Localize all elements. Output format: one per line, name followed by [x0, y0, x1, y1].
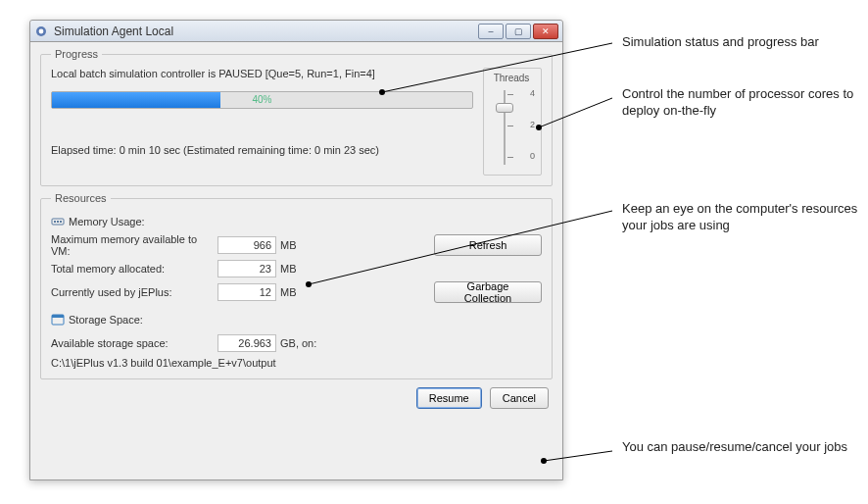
svg-rect-3	[54, 221, 56, 223]
resume-button[interactable]: Resume	[416, 387, 482, 409]
maximize-button[interactable]: ▢	[506, 24, 531, 39]
annotation-status: Simulation status and progress bar	[622, 34, 819, 51]
svg-rect-7	[52, 315, 64, 318]
max-vm-value: 966	[217, 236, 276, 254]
threads-slider-track	[504, 90, 506, 165]
minimize-button[interactable]: –	[478, 24, 504, 39]
total-alloc-value: 23	[217, 260, 276, 277]
row-used: Currently used by jEPlus: 12 MB Garbage …	[51, 280, 542, 304]
resources-group: Resources Memory Usage: Maximum memory a…	[40, 192, 553, 379]
annotation-resources: Keep an eye on the computer's resources …	[622, 201, 867, 234]
tick-2: 2	[530, 120, 535, 129]
tick-0: 0	[530, 151, 535, 161]
close-button[interactable]: ✕	[533, 24, 558, 39]
used-value: 12	[217, 283, 276, 301]
svg-point-1	[39, 28, 44, 33]
memory-icon	[51, 216, 65, 227]
bottom-buttons: Resume Cancel	[40, 387, 553, 409]
tick-4: 4	[530, 88, 535, 98]
annotation-threads: Control the number of processor cores to…	[622, 86, 867, 120]
threads-panel: Threads 4 2 0	[483, 68, 542, 176]
window-title: Simulation Agent Local	[54, 25, 478, 38]
svg-rect-4	[57, 221, 59, 223]
resources-legend: Resources	[51, 192, 111, 204]
elapsed-text: Elapsed time: 0 min 10 sec (Estimated re…	[51, 144, 473, 156]
simulation-agent-window: Simulation Agent Local – ▢ ✕ Progress Lo…	[29, 20, 563, 480]
progress-group: Progress Local batch simulation controll…	[40, 48, 553, 186]
memory-header-text: Memory Usage:	[69, 216, 145, 227]
java-icon	[34, 25, 48, 38]
titlebar[interactable]: Simulation Agent Local – ▢ ✕	[30, 21, 562, 42]
storage-value: 26.963	[217, 334, 276, 352]
progress-bar: 40%	[51, 91, 473, 109]
cancel-button[interactable]: Cancel	[490, 387, 549, 409]
disk-icon	[51, 314, 65, 326]
row-storage: Available storage space: 26.963 GB, on:	[51, 331, 542, 355]
progress-percent: 40%	[52, 94, 472, 105]
window-controls: – ▢ ✕	[478, 24, 558, 39]
refresh-button[interactable]: Refresh	[434, 234, 542, 256]
garbage-collection-button[interactable]: Garbage Collection	[434, 281, 542, 303]
status-text: Local batch simulation controller is PAU…	[51, 68, 473, 79]
client-area: Progress Local batch simulation controll…	[30, 42, 562, 479]
memory-header: Memory Usage:	[51, 216, 542, 227]
tick-line-4	[507, 94, 513, 95]
svg-rect-5	[60, 221, 62, 223]
annotation-buttons: You can pause/resume/cancel your jobs	[622, 439, 847, 456]
output-path: C:\1\jEPlus v1.3 build 01\example_E+v7\o…	[51, 357, 542, 369]
tick-line-0	[507, 157, 513, 158]
row-total-alloc: Total memory allocated: 23 MB	[51, 257, 542, 280]
storage-header-text: Storage Space:	[69, 314, 143, 326]
tick-line-2	[507, 126, 513, 126]
storage-header: Storage Space:	[51, 314, 542, 326]
progress-legend: Progress	[51, 48, 102, 60]
threads-label: Threads	[488, 73, 535, 83]
threads-slider-thumb[interactable]	[496, 103, 513, 113]
row-max-vm: Maximum memory available to VM: 966 MB R…	[51, 233, 542, 257]
